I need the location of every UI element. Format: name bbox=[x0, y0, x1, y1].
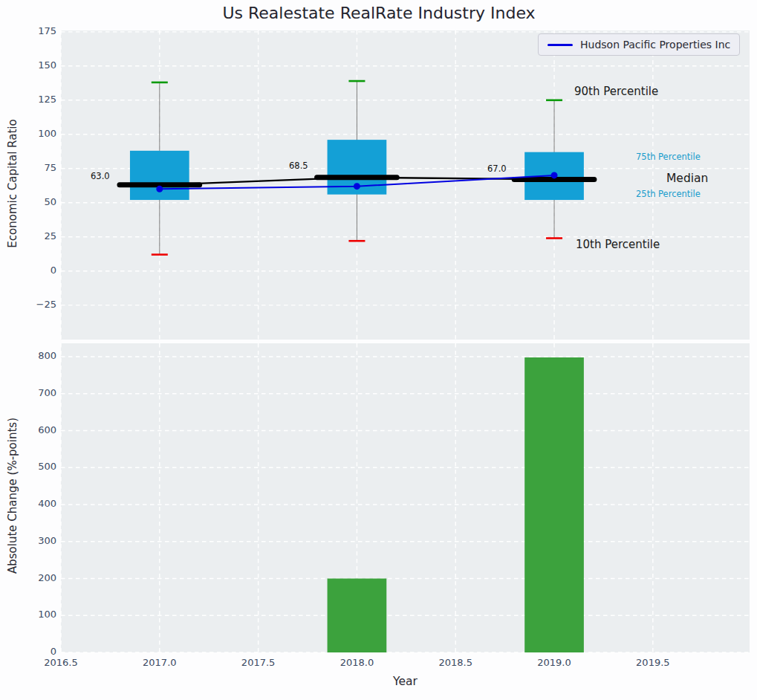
x-tick-label: 2019.0 bbox=[530, 657, 578, 668]
iqr-box bbox=[130, 151, 189, 200]
company-point bbox=[354, 183, 360, 189]
y-tick-label: 75 bbox=[21, 162, 56, 173]
y-tick-label: 500 bbox=[21, 461, 56, 472]
annotation-90th-percentile: 90th Percentile bbox=[574, 85, 658, 98]
annotation-25th-percentile: 25th Percentile bbox=[636, 189, 701, 199]
y-tick-label: 125 bbox=[21, 94, 56, 105]
boxplot-canvas bbox=[61, 30, 750, 340]
annotation-10th-percentile: 10th Percentile bbox=[576, 238, 660, 251]
y-tick-label: 0 bbox=[21, 646, 56, 657]
figure: Us Realestate RealRate Industry Index 17… bbox=[0, 0, 757, 700]
x-tick-label: 2017.0 bbox=[136, 657, 183, 668]
barchart-canvas bbox=[61, 343, 750, 652]
top-axes-boxplot bbox=[61, 30, 750, 340]
y-tick-label: 400 bbox=[21, 498, 56, 509]
change-bar bbox=[328, 579, 387, 652]
y-tick-label: 600 bbox=[21, 424, 56, 435]
y-tick-label: 50 bbox=[21, 196, 56, 207]
x-tick-label: 2016.5 bbox=[37, 657, 85, 668]
y-tick-label: 150 bbox=[21, 59, 56, 71]
y-tick-label: 0 bbox=[21, 265, 56, 276]
company-point bbox=[551, 172, 558, 178]
change-bar bbox=[524, 357, 584, 652]
bottom-axes-barchart bbox=[61, 343, 750, 652]
legend-line-sample bbox=[548, 44, 573, 46]
x-tick-label: 2018.5 bbox=[432, 657, 479, 668]
y-tick-label: −25 bbox=[21, 299, 56, 310]
annotation-median: Median bbox=[666, 172, 708, 185]
median-value-2019: 67.0 bbox=[487, 163, 507, 174]
x-tick-label: 2019.5 bbox=[629, 657, 677, 668]
legend-label: Hudson Pacific Properties Inc bbox=[580, 39, 730, 51]
y-tick-label: 700 bbox=[21, 387, 56, 398]
company-point bbox=[156, 186, 163, 192]
chart-title: Us Realestate RealRate Industry Index bbox=[32, 4, 726, 22]
annotation-75th-percentile: 75th Percentile bbox=[636, 152, 701, 162]
legend: Hudson Pacific Properties Inc bbox=[538, 33, 740, 56]
x-tick-label: 2018.0 bbox=[333, 657, 380, 668]
y-tick-label: 175 bbox=[21, 25, 56, 36]
bottom-y-axis-label: Absolute Change (%-points) bbox=[6, 384, 19, 607]
y-tick-label: 100 bbox=[21, 128, 56, 139]
x-tick-label: 2017.5 bbox=[235, 657, 282, 668]
median-value-2017: 63.0 bbox=[91, 171, 110, 181]
y-tick-label: 100 bbox=[21, 609, 56, 620]
median-value-2018: 68.5 bbox=[289, 161, 308, 171]
x-axis-label: Year bbox=[61, 675, 750, 688]
y-tick-label: 25 bbox=[21, 230, 56, 242]
y-tick-label: 300 bbox=[21, 535, 56, 546]
y-tick-label: 800 bbox=[21, 350, 56, 361]
top-y-axis-label: Economic Capital Ratio bbox=[6, 72, 19, 295]
y-tick-label: 200 bbox=[21, 572, 56, 583]
